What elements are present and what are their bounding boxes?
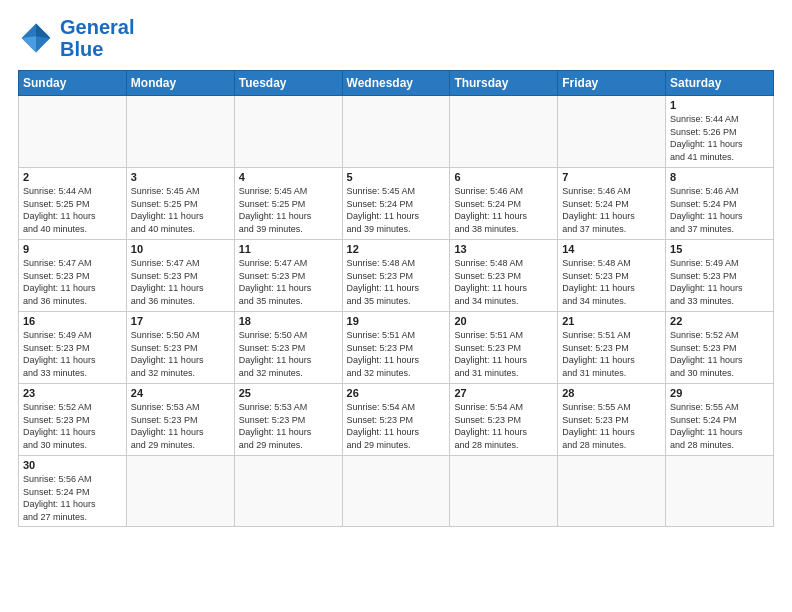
- calendar-cell: 8Sunrise: 5:46 AMSunset: 5:24 PMDaylight…: [666, 168, 774, 240]
- day-number: 3: [131, 171, 230, 183]
- calendar-cell: [126, 96, 234, 168]
- weekday-header-wednesday: Wednesday: [342, 71, 450, 96]
- calendar-cell: [342, 456, 450, 527]
- day-number: 21: [562, 315, 661, 327]
- day-number: 30: [23, 459, 122, 471]
- calendar-cell: 25Sunrise: 5:53 AMSunset: 5:23 PMDayligh…: [234, 384, 342, 456]
- day-number: 29: [670, 387, 769, 399]
- logo-blue: Blue: [60, 38, 103, 60]
- calendar-cell: 26Sunrise: 5:54 AMSunset: 5:23 PMDayligh…: [342, 384, 450, 456]
- calendar-cell: 11Sunrise: 5:47 AMSunset: 5:23 PMDayligh…: [234, 240, 342, 312]
- day-info: Sunrise: 5:47 AMSunset: 5:23 PMDaylight:…: [23, 257, 122, 307]
- calendar-cell: 24Sunrise: 5:53 AMSunset: 5:23 PMDayligh…: [126, 384, 234, 456]
- day-info: Sunrise: 5:54 AMSunset: 5:23 PMDaylight:…: [347, 401, 446, 451]
- logo-icon: [18, 20, 54, 56]
- week-row-1: 1Sunrise: 5:44 AMSunset: 5:26 PMDaylight…: [19, 96, 774, 168]
- day-number: 23: [23, 387, 122, 399]
- day-info: Sunrise: 5:55 AMSunset: 5:23 PMDaylight:…: [562, 401, 661, 451]
- day-info: Sunrise: 5:49 AMSunset: 5:23 PMDaylight:…: [23, 329, 122, 379]
- day-number: 13: [454, 243, 553, 255]
- week-row-6: 30Sunrise: 5:56 AMSunset: 5:24 PMDayligh…: [19, 456, 774, 527]
- calendar-cell: [450, 456, 558, 527]
- day-info: Sunrise: 5:44 AMSunset: 5:25 PMDaylight:…: [23, 185, 122, 235]
- calendar-cell: 29Sunrise: 5:55 AMSunset: 5:24 PMDayligh…: [666, 384, 774, 456]
- calendar-cell: 22Sunrise: 5:52 AMSunset: 5:23 PMDayligh…: [666, 312, 774, 384]
- calendar-cell: 30Sunrise: 5:56 AMSunset: 5:24 PMDayligh…: [19, 456, 127, 527]
- header: General Blue: [18, 16, 774, 60]
- calendar-cell: [342, 96, 450, 168]
- day-info: Sunrise: 5:46 AMSunset: 5:24 PMDaylight:…: [670, 185, 769, 235]
- day-number: 4: [239, 171, 338, 183]
- calendar-cell: 18Sunrise: 5:50 AMSunset: 5:23 PMDayligh…: [234, 312, 342, 384]
- day-info: Sunrise: 5:52 AMSunset: 5:23 PMDaylight:…: [670, 329, 769, 379]
- weekday-header-tuesday: Tuesday: [234, 71, 342, 96]
- calendar-cell: [19, 96, 127, 168]
- week-row-2: 2Sunrise: 5:44 AMSunset: 5:25 PMDaylight…: [19, 168, 774, 240]
- calendar-cell: 1Sunrise: 5:44 AMSunset: 5:26 PMDaylight…: [666, 96, 774, 168]
- calendar-cell: 27Sunrise: 5:54 AMSunset: 5:23 PMDayligh…: [450, 384, 558, 456]
- day-number: 10: [131, 243, 230, 255]
- calendar-cell: 19Sunrise: 5:51 AMSunset: 5:23 PMDayligh…: [342, 312, 450, 384]
- calendar-cell: 4Sunrise: 5:45 AMSunset: 5:25 PMDaylight…: [234, 168, 342, 240]
- calendar-cell: 2Sunrise: 5:44 AMSunset: 5:25 PMDaylight…: [19, 168, 127, 240]
- day-number: 12: [347, 243, 446, 255]
- day-number: 24: [131, 387, 230, 399]
- day-info: Sunrise: 5:44 AMSunset: 5:26 PMDaylight:…: [670, 113, 769, 163]
- calendar-cell: 10Sunrise: 5:47 AMSunset: 5:23 PMDayligh…: [126, 240, 234, 312]
- day-info: Sunrise: 5:48 AMSunset: 5:23 PMDaylight:…: [454, 257, 553, 307]
- logo: General Blue: [18, 16, 134, 60]
- day-number: 20: [454, 315, 553, 327]
- weekday-header-sunday: Sunday: [19, 71, 127, 96]
- calendar-cell: 14Sunrise: 5:48 AMSunset: 5:23 PMDayligh…: [558, 240, 666, 312]
- calendar-cell: [126, 456, 234, 527]
- day-number: 6: [454, 171, 553, 183]
- day-number: 18: [239, 315, 338, 327]
- day-info: Sunrise: 5:52 AMSunset: 5:23 PMDaylight:…: [23, 401, 122, 451]
- day-info: Sunrise: 5:53 AMSunset: 5:23 PMDaylight:…: [239, 401, 338, 451]
- day-info: Sunrise: 5:47 AMSunset: 5:23 PMDaylight:…: [131, 257, 230, 307]
- day-info: Sunrise: 5:45 AMSunset: 5:25 PMDaylight:…: [239, 185, 338, 235]
- day-number: 1: [670, 99, 769, 111]
- day-info: Sunrise: 5:48 AMSunset: 5:23 PMDaylight:…: [562, 257, 661, 307]
- calendar-cell: [450, 96, 558, 168]
- calendar: SundayMondayTuesdayWednesdayThursdayFrid…: [18, 70, 774, 527]
- day-number: 9: [23, 243, 122, 255]
- calendar-cell: 21Sunrise: 5:51 AMSunset: 5:23 PMDayligh…: [558, 312, 666, 384]
- day-number: 25: [239, 387, 338, 399]
- calendar-cell: [666, 456, 774, 527]
- day-number: 22: [670, 315, 769, 327]
- day-info: Sunrise: 5:56 AMSunset: 5:24 PMDaylight:…: [23, 473, 122, 523]
- day-number: 16: [23, 315, 122, 327]
- day-info: Sunrise: 5:51 AMSunset: 5:23 PMDaylight:…: [454, 329, 553, 379]
- calendar-cell: [558, 96, 666, 168]
- day-number: 8: [670, 171, 769, 183]
- calendar-cell: 28Sunrise: 5:55 AMSunset: 5:23 PMDayligh…: [558, 384, 666, 456]
- day-number: 19: [347, 315, 446, 327]
- calendar-cell: 16Sunrise: 5:49 AMSunset: 5:23 PMDayligh…: [19, 312, 127, 384]
- day-info: Sunrise: 5:51 AMSunset: 5:23 PMDaylight:…: [347, 329, 446, 379]
- day-info: Sunrise: 5:50 AMSunset: 5:23 PMDaylight:…: [131, 329, 230, 379]
- day-info: Sunrise: 5:46 AMSunset: 5:24 PMDaylight:…: [562, 185, 661, 235]
- day-info: Sunrise: 5:47 AMSunset: 5:23 PMDaylight:…: [239, 257, 338, 307]
- calendar-cell: 13Sunrise: 5:48 AMSunset: 5:23 PMDayligh…: [450, 240, 558, 312]
- calendar-cell: 6Sunrise: 5:46 AMSunset: 5:24 PMDaylight…: [450, 168, 558, 240]
- day-number: 11: [239, 243, 338, 255]
- weekday-header-thursday: Thursday: [450, 71, 558, 96]
- calendar-cell: 20Sunrise: 5:51 AMSunset: 5:23 PMDayligh…: [450, 312, 558, 384]
- svg-marker-1: [36, 24, 50, 38]
- calendar-cell: 7Sunrise: 5:46 AMSunset: 5:24 PMDaylight…: [558, 168, 666, 240]
- day-number: 28: [562, 387, 661, 399]
- day-info: Sunrise: 5:50 AMSunset: 5:23 PMDaylight:…: [239, 329, 338, 379]
- calendar-cell: 15Sunrise: 5:49 AMSunset: 5:23 PMDayligh…: [666, 240, 774, 312]
- week-row-4: 16Sunrise: 5:49 AMSunset: 5:23 PMDayligh…: [19, 312, 774, 384]
- weekday-header-monday: Monday: [126, 71, 234, 96]
- day-number: 15: [670, 243, 769, 255]
- logo-general: General: [60, 16, 134, 38]
- calendar-cell: 12Sunrise: 5:48 AMSunset: 5:23 PMDayligh…: [342, 240, 450, 312]
- svg-marker-2: [22, 36, 36, 52]
- day-number: 5: [347, 171, 446, 183]
- day-number: 14: [562, 243, 661, 255]
- day-number: 26: [347, 387, 446, 399]
- day-number: 7: [562, 171, 661, 183]
- day-info: Sunrise: 5:54 AMSunset: 5:23 PMDaylight:…: [454, 401, 553, 451]
